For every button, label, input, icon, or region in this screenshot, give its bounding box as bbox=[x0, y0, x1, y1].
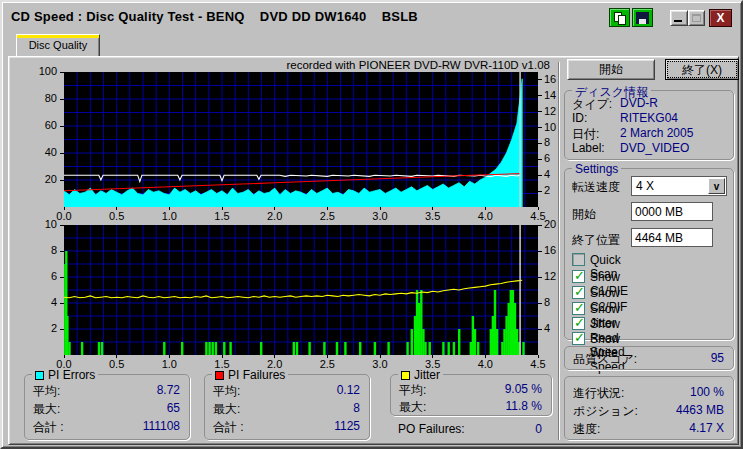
speed-select[interactable]: 4 X v bbox=[631, 176, 727, 196]
stat-row: 平均:9.05 % bbox=[399, 382, 542, 396]
vertical-separator bbox=[558, 62, 560, 440]
axis-tick-label bbox=[538, 225, 542, 226]
quality-score-box: 品質スコア: 95 bbox=[564, 346, 734, 370]
po-failures-row: PO Failures: 0 bbox=[398, 422, 546, 438]
quality-score-value: 95 bbox=[711, 351, 724, 365]
axis-tick-label: 2.0 bbox=[261, 210, 289, 222]
check-icon: ✓ bbox=[574, 284, 585, 299]
check-icon: ✓ bbox=[574, 330, 585, 345]
tab-disc-quality[interactable]: Disc Quality bbox=[16, 34, 100, 57]
pi-failures-stats-title: PI Failures bbox=[212, 368, 288, 382]
pi-errors-chart: 204060801002468101214160.00.51.01.52.02.… bbox=[64, 72, 538, 207]
exit-button[interactable]: 終了(X) bbox=[665, 59, 739, 80]
progress-row: 進行状況:100 % bbox=[573, 385, 724, 399]
stat-row: 合計 :1125 bbox=[213, 419, 360, 433]
start-pos-label: 開始 bbox=[572, 206, 596, 223]
axis-tick-label bbox=[538, 175, 542, 176]
start-button[interactable]: 開始 bbox=[567, 59, 655, 80]
close-button[interactable]: X bbox=[709, 9, 732, 27]
axis-tick-label bbox=[60, 329, 64, 330]
chevron-down-icon[interactable]: v bbox=[708, 178, 725, 194]
axis-tick-label: 1.0 bbox=[155, 210, 183, 222]
app-window: CD Speed : Disc Quality Test - BENQ DVD … bbox=[0, 0, 743, 449]
axis-tick-label bbox=[60, 126, 64, 127]
axis-tick-label: 16 bbox=[544, 73, 556, 85]
stat-row: 平均:0.12 bbox=[213, 383, 360, 397]
quality-score-row: 品質スコア: 95 bbox=[573, 351, 724, 365]
axis-tick-label: 20 bbox=[544, 218, 556, 230]
start-pos-input[interactable] bbox=[631, 202, 713, 221]
axis-tick-label: 60 bbox=[27, 119, 57, 131]
checkbox-box: ✓ bbox=[572, 317, 585, 330]
progress-group: 進行状況:100 % ポジション:4463 MB 速度:4.17 X bbox=[564, 376, 734, 440]
axis-tick-label bbox=[538, 127, 542, 128]
axis-tick-label bbox=[60, 99, 64, 100]
maximize-button[interactable] bbox=[688, 10, 705, 26]
axis-tick-label bbox=[538, 79, 542, 80]
checkbox-box: ✓ bbox=[572, 286, 585, 299]
stat-row: 最大:11.8 % bbox=[399, 399, 542, 413]
title-bar: CD Speed : Disc Quality Test - BENQ DVD … bbox=[6, 6, 737, 28]
axis-tick-label: 8 bbox=[544, 296, 550, 308]
axis-tick-label bbox=[538, 329, 542, 330]
axis-tick-label: 2 bbox=[544, 184, 550, 196]
axis-tick-label: 1.5 bbox=[208, 210, 236, 222]
axis-tick-label: 10 bbox=[27, 218, 57, 230]
minimize-button[interactable] bbox=[670, 10, 688, 26]
settings-group: Settings 転送速度 4 X v 開始 終了位置 ✓Quick Scan … bbox=[564, 168, 734, 340]
stat-row: 合計 :111108 bbox=[33, 419, 180, 433]
axis-tick-label bbox=[60, 225, 64, 226]
end-pos-input[interactable] bbox=[631, 228, 713, 247]
checkbox-box: ✓ bbox=[572, 332, 585, 345]
axis-tick-label bbox=[60, 277, 64, 278]
check-icon: ✓ bbox=[574, 300, 585, 315]
axis-tick-label: 6 bbox=[27, 270, 57, 282]
axis-tick-label bbox=[60, 251, 64, 252]
pi-failures-stats-group: PI Failures 平均:0.12 最大:8 合計 :1125 bbox=[204, 374, 370, 440]
pi-errors-chart-canvas bbox=[64, 72, 538, 207]
stat-row: 最大:65 bbox=[33, 401, 180, 415]
checkbox-box: ✓ bbox=[572, 302, 585, 315]
floppy-icon bbox=[636, 12, 649, 24]
axis-tick-label bbox=[538, 111, 542, 112]
settings-title: Settings bbox=[572, 162, 621, 176]
maximize-icon bbox=[692, 14, 701, 22]
pi-failures-jitter-chart-canvas bbox=[64, 225, 538, 355]
save-icon[interactable] bbox=[632, 8, 653, 27]
tab-label: Disc Quality bbox=[29, 39, 88, 51]
axis-tick-label: 3.5 bbox=[419, 210, 447, 222]
axis-tick-label: 4.0 bbox=[471, 358, 499, 370]
jitter-stats-title: Jitter bbox=[398, 368, 443, 382]
axis-tick-label: 1.0 bbox=[155, 358, 183, 370]
axis-tick-label bbox=[60, 180, 64, 181]
axis-tick-label: 3.0 bbox=[366, 358, 394, 370]
speed-row: 速度:4.17 X bbox=[573, 421, 724, 435]
axis-tick-label bbox=[60, 153, 64, 154]
jitter-legend-swatch bbox=[401, 371, 410, 380]
copy-icon[interactable] bbox=[609, 8, 630, 27]
position-row: ポジション:4463 MB bbox=[573, 403, 724, 417]
check-icon: ✓ bbox=[574, 268, 585, 283]
axis-tick-label: 4.5 bbox=[524, 358, 552, 370]
disc-info-group: ディスク情報 タイプ:DVD-R ID:RITEKG04 日付:2 March … bbox=[564, 90, 734, 160]
checkbox-box: ✓ bbox=[572, 270, 585, 283]
axis-tick-label: 2 bbox=[27, 322, 57, 334]
axis-tick-label: 80 bbox=[27, 92, 57, 104]
axis-tick-label: 14 bbox=[544, 89, 556, 101]
disc-label-row: Label:DVD_VIDEO bbox=[572, 141, 726, 155]
axis-tick-label: 4 bbox=[27, 296, 57, 308]
axis-tick-label: 6 bbox=[544, 152, 550, 164]
disc-date-row: 日付:2 March 2005 bbox=[572, 126, 726, 140]
axis-tick-label: 4 bbox=[544, 322, 550, 334]
axis-tick-label: 8 bbox=[544, 136, 550, 148]
axis-tick-label: 4 bbox=[544, 168, 550, 180]
axis-tick-label: 16 bbox=[544, 244, 556, 256]
stat-row: 平均:8.72 bbox=[33, 383, 180, 397]
check-icon: ✓ bbox=[574, 315, 585, 330]
jitter-stats-group: Jitter 平均:9.05 % 最大:11.8 % bbox=[390, 374, 552, 416]
copy-page2-icon bbox=[618, 15, 626, 25]
pi-errors-legend-swatch bbox=[35, 371, 44, 380]
pi-failures-jitter-chart: 246810481216200.00.51.01.52.02.53.03.54.… bbox=[64, 225, 538, 355]
axis-tick-label bbox=[60, 303, 64, 304]
recorded-with-note: recorded with PIONEER DVD-RW DVR-110D v1… bbox=[248, 59, 550, 71]
